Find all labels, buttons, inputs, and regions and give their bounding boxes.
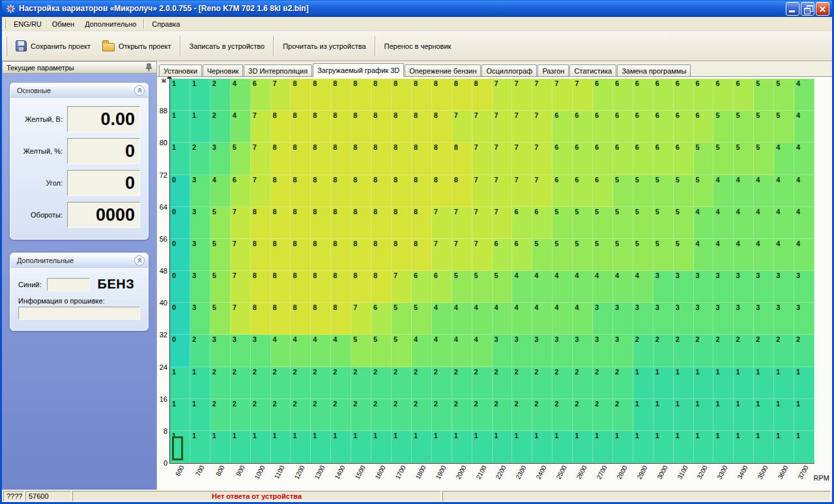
grid-cell[interactable]: 8: [311, 79, 331, 111]
grid-cell[interactable]: 2: [472, 399, 493, 431]
grid-cell[interactable]: 7: [493, 79, 513, 111]
grid-cell[interactable]: 8: [412, 143, 432, 175]
grid-cell[interactable]: 5: [774, 79, 794, 111]
grid-cell[interactable]: 6: [231, 175, 251, 207]
grid-cell[interactable]: 3: [694, 303, 714, 335]
grid-cell[interactable]: 5: [613, 175, 633, 207]
grid-cell[interactable]: 2: [331, 399, 351, 431]
grid-cell[interactable]: 2: [392, 367, 412, 399]
grid-cell[interactable]: 5: [654, 207, 674, 239]
grid-cell[interactable]: 4: [553, 271, 573, 303]
grid-cell[interactable]: 7: [452, 111, 472, 143]
grid-cell[interactable]: 7: [231, 271, 251, 303]
grid-cell[interactable]: 8: [412, 79, 432, 111]
grid-cell[interactable]: 7: [251, 111, 271, 143]
grid-cell[interactable]: 5: [573, 207, 593, 239]
grid-cell[interactable]: 4: [794, 239, 814, 271]
grid-cell[interactable]: 5: [472, 271, 493, 303]
grid-cell[interactable]: 8: [412, 207, 432, 239]
grid-cell[interactable]: 3: [532, 335, 553, 367]
grid-cell[interactable]: 3: [754, 271, 774, 303]
grid-cell[interactable]: 4: [573, 303, 593, 335]
grid-cell[interactable]: 1: [553, 431, 573, 463]
grid-cell[interactable]: 5: [754, 111, 774, 143]
grid-cell[interactable]: 2: [371, 367, 392, 399]
grid-cell[interactable]: 8: [432, 143, 452, 175]
grid-cell[interactable]: 4: [613, 271, 633, 303]
grid-cell[interactable]: 2: [573, 367, 593, 399]
grid-cell[interactable]: 1: [452, 431, 472, 463]
grid-cell[interactable]: 8: [351, 271, 371, 303]
grid-cell[interactable]: 5: [210, 207, 231, 239]
grid-cell[interactable]: 8: [412, 175, 432, 207]
grid-cell[interactable]: 4: [231, 111, 251, 143]
grid-cell[interactable]: 3: [713, 271, 734, 303]
grid-cell[interactable]: 8: [251, 207, 271, 239]
grid-cell[interactable]: 6: [654, 79, 674, 111]
grid-cell[interactable]: 8: [452, 79, 472, 111]
grid-cell[interactable]: 1: [493, 431, 513, 463]
grid-cell[interactable]: 8: [412, 111, 432, 143]
grid-cell[interactable]: 2: [210, 367, 231, 399]
grid-cell[interactable]: 1: [190, 431, 210, 463]
menu-item-1[interactable]: ENG/RU: [8, 18, 47, 31]
menu-item-2[interactable]: Обмен: [47, 18, 79, 31]
grid-cell[interactable]: 1: [794, 399, 814, 431]
grid-cell[interactable]: 4: [512, 303, 532, 335]
grid-cell[interactable]: 3: [713, 303, 734, 335]
grid-cell[interactable]: 4: [331, 335, 351, 367]
grid-cell[interactable]: 0: [170, 271, 190, 303]
grid-cell[interactable]: 5: [231, 143, 251, 175]
grid-cell[interactable]: 8: [271, 239, 291, 271]
grid-cell[interactable]: 4: [774, 143, 794, 175]
grid-cell[interactable]: 2: [271, 367, 291, 399]
grid-cell[interactable]: 6: [674, 143, 694, 175]
grid-cell[interactable]: 2: [633, 335, 654, 367]
grid-cell[interactable]: 4: [593, 271, 613, 303]
grid-cell[interactable]: 5: [654, 239, 674, 271]
grid-cell[interactable]: 7: [452, 239, 472, 271]
grid-cell[interactable]: 1: [170, 431, 190, 463]
grid-cell[interactable]: 6: [573, 143, 593, 175]
toolbar-button-5[interactable]: Перенос в черновик: [379, 38, 457, 55]
grid-cell[interactable]: 8: [371, 175, 392, 207]
grid-cell[interactable]: 2: [794, 335, 814, 367]
grid-cell[interactable]: 2: [452, 399, 472, 431]
grid-cell[interactable]: 1: [794, 367, 814, 399]
grid-cell[interactable]: 7: [231, 207, 251, 239]
grid-cell[interactable]: 1: [754, 367, 774, 399]
grid-cell[interactable]: 2: [190, 335, 210, 367]
grid-cell[interactable]: 1: [170, 111, 190, 143]
grid-cell[interactable]: 4: [713, 175, 734, 207]
grid-cell[interactable]: 8: [271, 111, 291, 143]
grid-cell[interactable]: 3: [794, 271, 814, 303]
grid-cell[interactable]: 7: [472, 111, 493, 143]
grid-cell[interactable]: 4: [573, 271, 593, 303]
grid-cell[interactable]: 3: [654, 271, 674, 303]
grid-cell[interactable]: 3: [493, 335, 513, 367]
grid-cell[interactable]: 3: [190, 271, 210, 303]
grid-cell[interactable]: 6: [654, 111, 674, 143]
grid-cell[interactable]: 7: [532, 111, 553, 143]
grid-cell[interactable]: 7: [351, 303, 371, 335]
grid-cell[interactable]: 8: [392, 143, 412, 175]
grid-cell[interactable]: 6: [674, 111, 694, 143]
grid-cell[interactable]: 4: [432, 335, 452, 367]
grid-cell[interactable]: 8: [311, 239, 331, 271]
grid-cell[interactable]: 5: [210, 271, 231, 303]
grid-cell[interactable]: 2: [512, 399, 532, 431]
grid-cell[interactable]: 1: [593, 431, 613, 463]
grid-cell[interactable]: 5: [734, 143, 754, 175]
grid-cell[interactable]: 6: [613, 143, 633, 175]
grid-cell[interactable]: 6: [654, 143, 674, 175]
grid-cell[interactable]: 5: [694, 175, 714, 207]
grid-cell[interactable]: 4: [553, 303, 573, 335]
grid-cell[interactable]: 8: [432, 111, 452, 143]
grid-cell[interactable]: 8: [472, 79, 493, 111]
grid-cell[interactable]: 1: [532, 431, 553, 463]
grid-cell[interactable]: 3: [593, 303, 613, 335]
grid-cell[interactable]: 4: [271, 335, 291, 367]
grid-cell[interactable]: 1: [170, 367, 190, 399]
grid-cell[interactable]: 2: [251, 367, 271, 399]
grid-cell[interactable]: 1: [210, 431, 231, 463]
